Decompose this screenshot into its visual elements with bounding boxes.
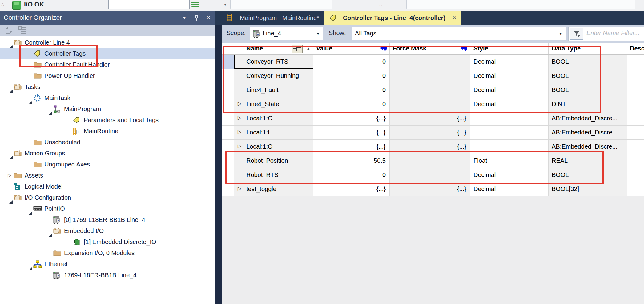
table-row-robot-position[interactable]: Robot_Position 50.5 Float REAL — [222, 154, 644, 168]
tag-name-cell[interactable]: Conveyor_RTS — [234, 55, 313, 69]
tag-data-type-cell[interactable]: AB:Embedded_Discre... — [549, 140, 627, 154]
tree-item-pointio[interactable]: PointIO — [0, 203, 215, 214]
tag-description-cell[interactable] — [627, 83, 644, 97]
row-selector-cell[interactable] — [222, 83, 234, 97]
tag-force-mask-cell[interactable] — [390, 69, 470, 83]
tag-value-cell[interactable]: {...} — [313, 111, 390, 126]
table-row-line4-fault[interactable]: Line4_Fault 0 Decimal BOOL — [222, 83, 644, 97]
tag-data-type-cell[interactable]: BOOL — [549, 83, 627, 97]
tree-item-controller-line-4[interactable]: Controller Line 4 — [0, 37, 215, 48]
tag-data-type-cell[interactable]: REAL — [549, 154, 627, 168]
table-row-conveyor-running[interactable]: Conveyor_Running 0 Decimal BOOL — [222, 69, 644, 83]
tree-item-tasks[interactable]: Tasks — [0, 81, 215, 92]
tag-data-type-cell[interactable]: BOOL[32] — [549, 182, 627, 196]
tree-expander-icon[interactable] — [6, 40, 14, 45]
tag-name-cell[interactable]: ▷Local:1:C — [234, 111, 313, 126]
tag-data-type-cell[interactable]: BOOL — [549, 55, 627, 69]
tree-item-motion-groups[interactable]: Motion Groups — [0, 148, 215, 159]
tag-data-type-cell[interactable]: AB:Embedded_Discre... — [549, 126, 627, 140]
tag-style-cell[interactable]: Decimal — [470, 97, 549, 111]
tag-value-cell[interactable]: 50.5 — [313, 154, 390, 168]
tag-description-cell[interactable] — [627, 97, 644, 111]
tag-data-type-cell[interactable]: BOOL — [549, 69, 627, 83]
column-filter-arrow-icon[interactable] — [461, 46, 468, 52]
tag-description-cell[interactable] — [627, 55, 644, 69]
tree-item-0-1769-l18er-bb1b-line-4[interactable]: [0] 1769-L18ER-BB1B Line_4 — [0, 214, 215, 225]
column-header-name[interactable]: Name ▲ — [234, 43, 313, 54]
tree-item-maintask[interactable]: MainTask — [0, 92, 215, 103]
column-header-style[interactable]: Style — [470, 43, 549, 54]
row-selector-cell[interactable] — [222, 55, 234, 69]
row-selector-cell[interactable] — [222, 154, 234, 168]
tree-item-1-embedded-discrete-io[interactable]: [1] Embedded Discrete_IO — [0, 236, 215, 247]
tree-item-controller-tags[interactable]: Controller Tags — [0, 48, 215, 59]
tag-data-type-cell[interactable]: AB:Embedded_Discre... — [549, 111, 627, 126]
tag-value-cell[interactable]: 0 — [313, 168, 390, 182]
column-header-description[interactable]: Description — [627, 43, 644, 54]
expand-arrow-icon[interactable]: ▷ — [238, 115, 241, 121]
tree-expander-icon[interactable] — [6, 151, 14, 156]
tag-style-cell[interactable]: Decimal — [470, 55, 549, 69]
tree-item-embedded-i-o[interactable]: Embedded I/O — [0, 225, 215, 236]
tree-expander-icon[interactable]: ▷ — [6, 173, 14, 178]
tree-item-ungrouped-axes[interactable]: Ungrouped Axes — [0, 159, 215, 170]
tree-expander-icon[interactable] — [25, 95, 33, 101]
row-selector-cell[interactable] — [222, 126, 234, 140]
toolbar-list-icon[interactable] — [191, 1, 199, 8]
tag-description-cell[interactable] — [627, 168, 644, 182]
tree-item-controller-fault-handler[interactable]: Controller Fault Handler — [0, 59, 215, 70]
tag-style-cell[interactable]: Float — [470, 154, 549, 168]
tree-item-parameters-and-local-tags[interactable]: Parameters and Local Tags — [0, 114, 215, 126]
row-selector-cell[interactable] — [222, 69, 234, 83]
tree-item-unscheduled[interactable]: Unscheduled — [0, 137, 215, 148]
tag-value-cell[interactable]: 0 — [313, 69, 390, 83]
toolbar-combobox[interactable] — [108, 0, 190, 9]
tag-style-cell[interactable]: Decimal — [470, 168, 549, 182]
toolbar-caret-icon[interactable]: ▾ — [224, 2, 226, 7]
tag-name-cell[interactable]: ▷Local:1:O — [234, 140, 313, 154]
pin-icon[interactable] — [192, 14, 201, 22]
tag-description-cell[interactable] — [627, 69, 644, 83]
tag-style-cell[interactable]: Decimal — [470, 83, 549, 97]
tag-name-cell[interactable]: ▷test_toggle — [234, 182, 313, 196]
tag-name-cell[interactable]: ▷Line4_State — [234, 97, 313, 111]
window-position-button[interactable]: ▼ — [180, 14, 189, 22]
tag-value-cell[interactable]: {...} — [313, 182, 390, 196]
tag-force-mask-cell[interactable]: {...} — [390, 182, 470, 196]
tree-expander-icon[interactable] — [25, 206, 33, 211]
tree-item-mainroutine[interactable]: 1 MainRoutine — [0, 126, 215, 137]
row-selector-cell[interactable] — [222, 140, 234, 154]
tag-description-cell[interactable] — [627, 126, 644, 140]
tag-style-cell[interactable] — [470, 126, 549, 140]
table-row-line4-state[interactable]: ▷Line4_State 0 Decimal DINT — [222, 97, 644, 111]
tag-force-mask-cell[interactable] — [390, 154, 470, 168]
row-selector-cell[interactable] — [222, 97, 234, 111]
tag-force-mask-cell[interactable] — [390, 168, 470, 182]
collapse-all-icon[interactable] — [5, 26, 14, 35]
tree-expander-icon[interactable] — [45, 228, 53, 234]
close-icon[interactable]: × — [204, 14, 213, 22]
tag-description-cell[interactable] — [627, 154, 644, 168]
tree-item-power-up-handler[interactable]: Power-Up Handler — [0, 70, 215, 81]
tag-force-mask-cell[interactable] — [390, 97, 470, 111]
tag-value-cell[interactable]: 0 — [313, 83, 390, 97]
expand-arrow-icon[interactable]: ▷ — [238, 101, 241, 106]
table-row-robot-rts[interactable]: Robot_RTS 0 Decimal BOOL — [222, 168, 644, 182]
tree-expander-icon[interactable] — [25, 262, 33, 267]
tree-expander-icon[interactable] — [45, 106, 53, 112]
tree-item-logical-model[interactable]: Logical Model — [0, 181, 215, 192]
column-header-value[interactable]: Value — [313, 43, 390, 54]
tree-item-assets[interactable]: ▷ Assets — [0, 170, 215, 181]
table-row-local-1-c[interactable]: ▷Local:1:C {...} {...} AB:Embedded_Discr… — [222, 111, 644, 126]
tag-name-cell[interactable]: Line4_Fault — [234, 83, 313, 97]
row-selector-cell[interactable] — [222, 182, 234, 196]
tag-value-cell[interactable]: 0 — [313, 55, 390, 69]
tab-controller-tags[interactable]: Controller Tags - Line_4(controller) × — [324, 11, 461, 25]
column-filter-arrow-icon[interactable] — [381, 46, 388, 52]
tag-data-type-cell[interactable]: DINT — [549, 97, 627, 111]
table-row-conveyor-rts[interactable]: Conveyor_RTS 0 Decimal BOOL — [222, 55, 644, 69]
tree-item-1769-l18er-bb1b-line-4[interactable]: 1769-L18ER-BB1B Line_4 — [0, 270, 215, 281]
tag-force-mask-cell[interactable] — [390, 83, 470, 97]
expand-details-icon[interactable] — [18, 26, 27, 35]
expand-arrow-icon[interactable]: ▷ — [238, 129, 241, 135]
